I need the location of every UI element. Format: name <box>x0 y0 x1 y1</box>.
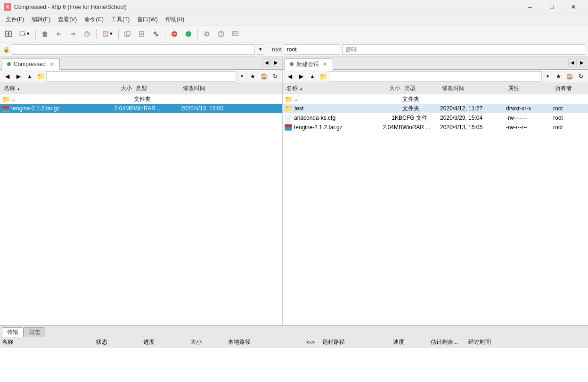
right-file-owner-1: root <box>553 105 586 112</box>
right-col-owner[interactable]: 所有者 <box>553 84 586 92</box>
archive-icon <box>2 105 9 112</box>
left-home-button[interactable]: 🏠 <box>259 71 269 82</box>
menu-window[interactable]: 窗口(W) <box>133 15 161 25</box>
menubar: 文件(F) 编辑(E) 查看(V) 命令(C) 工具(T) 窗口(W) 帮助(H… <box>0 14 588 25</box>
right-back-button[interactable]: ◀ <box>285 71 295 82</box>
tcol-arrow: <-> <box>299 339 322 346</box>
toolbar-btn-settings[interactable] <box>200 27 213 41</box>
right-row-test[interactable]: 📁 test 文件夹 2020/4/12, 11:27 drwxr-xr-x r… <box>283 104 588 113</box>
right-tab-close[interactable]: ✕ <box>322 61 328 67</box>
right-file-name-2: anaconda-ks.cfg <box>294 115 335 121</box>
left-col-mtime[interactable]: 修改时间 <box>181 84 252 92</box>
right-folder-icon: 📁 <box>319 73 327 80</box>
tcol-status: 状态 <box>96 338 143 346</box>
right-tab-status-dot <box>290 62 294 66</box>
toolbar-btn-sync[interactable] <box>149 27 163 41</box>
right-file-type-2: CFG 文件 <box>402 114 440 122</box>
menu-view[interactable]: 查看(V) <box>54 15 81 25</box>
menu-tools[interactable]: 工具(T) <box>107 15 133 25</box>
tcol-localpath: 本地路径 <box>228 338 299 346</box>
sort-arrow <box>16 85 20 91</box>
left-col-size[interactable]: 大小 <box>96 84 134 92</box>
transfer-tab-log[interactable]: 日志 <box>24 327 45 337</box>
right-home-button[interactable]: 🏠 <box>564 71 575 82</box>
window-controls: ─ □ ✕ <box>519 0 584 14</box>
toolbar: ▾ ▾ ↑ ? <box>0 25 588 42</box>
left-prev-tab[interactable]: ◀ <box>262 58 271 67</box>
toolbar-btn-comment[interactable] <box>229 27 242 41</box>
left-refresh-button[interactable]: ↻ <box>270 71 280 82</box>
menu-help[interactable]: 帮助(H) <box>162 15 188 25</box>
new-session-button[interactable] <box>2 27 15 41</box>
tcol-speed: 速度 <box>393 338 431 346</box>
left-path-dropdown[interactable]: ▾ <box>237 72 246 81</box>
left-tab-close[interactable]: ✕ <box>49 61 55 67</box>
maximize-button[interactable]: □ <box>541 0 563 14</box>
left-tab-compressed[interactable]: Compressed ✕ <box>2 58 60 70</box>
open-dropdown-button[interactable]: ▾ <box>16 27 33 41</box>
left-bookmark-button[interactable]: ★ <box>247 71 258 82</box>
tcol-size: 大小 <box>190 338 228 346</box>
right-row-anaconda[interactable]: 📄 anaconda-ks.cfg 1KB CFG 文件 2020/3/29, … <box>283 113 588 123</box>
right-col-mtime[interactable]: 修改时间 <box>440 84 506 92</box>
right-panel-tabs: 新建会话 ✕ ◀ ▶ <box>283 57 588 70</box>
right-prev-tab[interactable]: ◀ <box>568 58 577 67</box>
toolbar-btn-2[interactable] <box>38 27 51 41</box>
sftp-url-input[interactable]: sftp://192.168.73.130 <box>12 44 255 55</box>
left-col-type[interactable]: 类型 <box>134 84 181 92</box>
right-bookmark-button[interactable]: ★ <box>553 71 564 82</box>
close-button[interactable]: ✕ <box>563 0 584 14</box>
toolbar-btn-help[interactable]: ? <box>214 27 228 41</box>
toolbar-btn-paste[interactable] <box>135 27 148 41</box>
right-file-perm-1: drwxr-xr-x <box>506 105 553 112</box>
left-path-input[interactable]: C:\Users\26300\Downloads\Compressed <box>46 71 236 82</box>
toolbar-btn-3[interactable] <box>52 27 65 41</box>
right-file-mtime-2: 2020/3/29, 15:04 <box>440 115 506 121</box>
right-file-name-0: .. <box>294 96 298 102</box>
right-path-input[interactable]: /root <box>329 71 542 82</box>
left-panel-nav: ◀ ▶ <box>262 58 280 68</box>
left-file-mtime-1: 2020/4/13, 15:00 <box>181 105 252 112</box>
left-forward-button[interactable]: ▶ <box>13 71 24 82</box>
titlebar: X Compressed - Xftp 6 (Free for Home/Sch… <box>0 0 588 14</box>
transfer-tab-transfer[interactable]: 传输 <box>2 327 24 337</box>
password-input[interactable] <box>342 44 585 55</box>
right-extra-buttons: ★ 🏠 ↻ <box>553 71 586 82</box>
toolbar-separator-4 <box>165 29 165 39</box>
toolbar-btn-5[interactable] <box>81 27 94 41</box>
toolbar-btn-delete[interactable] <box>168 27 181 41</box>
left-up-button[interactable]: ▲ <box>24 71 35 82</box>
right-col-name[interactable]: 名称 <box>285 84 369 92</box>
right-next-tab[interactable]: ▶ <box>578 58 586 67</box>
toolbar-btn-4[interactable] <box>66 27 80 41</box>
right-file-mtime-1: 2020/4/12, 11:27 <box>440 105 506 112</box>
menu-command[interactable]: 命令(C) <box>81 15 107 25</box>
toolbar-btn-upload[interactable]: ↑ <box>182 27 195 41</box>
minimize-button[interactable]: ─ <box>519 0 541 14</box>
left-row-parent[interactable]: 📁 .. 文件夹 <box>0 94 282 104</box>
connect-dropdown[interactable]: ▾ <box>257 44 264 55</box>
right-col-perm[interactable]: 属性 <box>506 84 553 92</box>
toolbar-btn-6[interactable]: ▾ <box>99 27 116 41</box>
left-col-name[interactable]: 名称 <box>2 84 96 92</box>
right-tab-newssession[interactable]: 新建会话 ✕ <box>285 58 333 70</box>
right-file-owner-2: root <box>553 115 586 121</box>
left-file-type-1: WinRAR ... <box>134 105 181 112</box>
right-col-type[interactable]: 类型 <box>402 84 440 92</box>
right-row-parent[interactable]: 📁 .. 文件夹 <box>283 94 588 104</box>
toolbar-btn-copy[interactable] <box>121 27 134 41</box>
right-path-dropdown[interactable]: ▾ <box>543 72 552 81</box>
menu-file[interactable]: 文件(F) <box>2 15 28 25</box>
right-row-tengine[interactable]: tengine-2.1.2.tar.gz 2.04MB WinRAR ... 2… <box>283 123 588 132</box>
right-col-size[interactable]: 大小 <box>369 84 402 92</box>
right-up-button[interactable]: ▲ <box>307 71 318 82</box>
right-file-name-3: tengine-2.1.2.tar.gz <box>294 124 343 131</box>
right-forward-button[interactable]: ▶ <box>296 71 306 82</box>
menu-edit[interactable]: 编辑(E) <box>28 15 54 25</box>
left-back-button[interactable]: ◀ <box>2 71 12 82</box>
right-refresh-button[interactable]: ↻ <box>576 71 586 82</box>
left-row-tengine[interactable]: tengine-2.1.2.tar.gz 2.04MB WinRAR ... 2… <box>0 104 282 113</box>
toolbar-separator-5 <box>197 29 198 39</box>
left-next-tab[interactable]: ▶ <box>272 58 280 67</box>
svg-rect-7 <box>103 32 108 36</box>
